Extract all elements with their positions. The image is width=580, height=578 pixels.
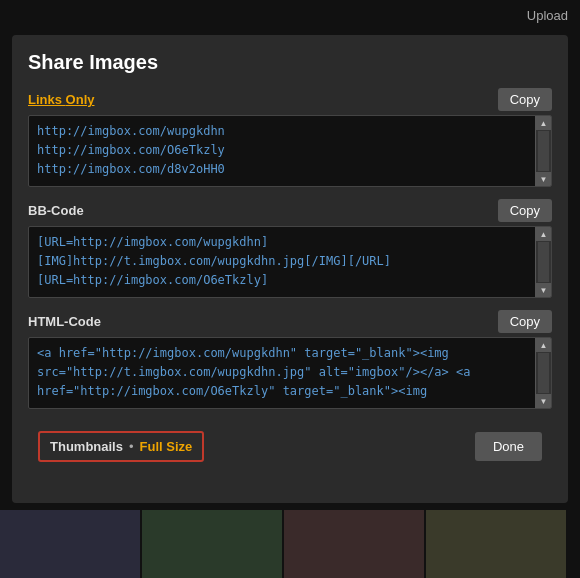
thumbnails-toggle[interactable]: Thumbnails (50, 439, 123, 454)
bb-scroll-up[interactable]: ▲ (536, 227, 551, 241)
links-line-2: http://imgbox.com/O6eTkzly (37, 141, 529, 160)
links-scroll-up[interactable]: ▲ (536, 116, 551, 130)
html-copy-button[interactable]: Copy (498, 310, 552, 333)
html-scrollbar[interactable]: ▲ ▼ (535, 338, 551, 408)
upload-button[interactable]: Upload (527, 8, 568, 23)
thumbnail-3 (284, 510, 424, 578)
links-only-content: http://imgbox.com/wupgkdhn http://imgbox… (29, 116, 551, 186)
bb-scroll-down[interactable]: ▼ (536, 283, 551, 297)
links-only-header: Links Only Copy (28, 88, 552, 111)
bb-code-copy-button[interactable]: Copy (498, 199, 552, 222)
html-code-label: HTML-Code (28, 314, 101, 329)
share-images-modal: Share Images Links Only Copy http://imgb… (12, 35, 568, 503)
links-scroll-down[interactable]: ▼ (536, 172, 551, 186)
toggle-dot: • (129, 439, 134, 454)
links-only-textarea: http://imgbox.com/wupgkdhn http://imgbox… (28, 115, 552, 187)
thumbnail-1 (0, 510, 140, 578)
full-size-toggle[interactable]: Full Size (140, 439, 193, 454)
links-line-1: http://imgbox.com/wupgkdhn (37, 122, 529, 141)
modal-title: Share Images (28, 51, 552, 74)
bb-scroll-thumb (538, 242, 549, 282)
bb-code-textarea: [URL=http://imgbox.com/wupgkdhn] [IMG]ht… (28, 226, 552, 298)
links-copy-button[interactable]: Copy (498, 88, 552, 111)
html-line-2: src="http://t.imgbox.com/wupgkdhn.jpg" a… (37, 363, 529, 382)
links-scroll-thumb (538, 131, 549, 171)
view-toggle[interactable]: Thumbnails • Full Size (38, 431, 204, 462)
bb-line-2: [IMG]http://t.imgbox.com/wupgkdhn.jpg[/I… (37, 252, 529, 271)
html-line-1: <a href="http://imgbox.com/wupgkdhn" tar… (37, 344, 529, 363)
bb-code-label: BB-Code (28, 203, 84, 218)
bb-line-3: [URL=http://imgbox.com/O6eTkzly] (37, 271, 529, 290)
thumbnail-strip (0, 510, 580, 578)
bb-scrollbar[interactable]: ▲ ▼ (535, 227, 551, 297)
html-code-section: HTML-Code Copy <a href="http://imgbox.co… (28, 310, 552, 409)
html-scroll-down[interactable]: ▼ (536, 394, 551, 408)
html-code-header: HTML-Code Copy (28, 310, 552, 333)
links-label-underlined: Only (66, 92, 95, 107)
html-scroll-thumb (538, 353, 549, 393)
links-only-label: Links Only (28, 92, 94, 107)
done-button[interactable]: Done (475, 432, 542, 461)
bottom-bar: Thumbnails • Full Size Done (28, 423, 552, 470)
links-label-plain: Links (28, 92, 66, 107)
thumbnail-2 (142, 510, 282, 578)
html-line-3: href="http://imgbox.com/O6eTkzly" target… (37, 382, 529, 401)
html-scroll-up[interactable]: ▲ (536, 338, 551, 352)
bb-code-content: [URL=http://imgbox.com/wupgkdhn] [IMG]ht… (29, 227, 551, 297)
html-code-content: <a href="http://imgbox.com/wupgkdhn" tar… (29, 338, 551, 408)
html-code-textarea: <a href="http://imgbox.com/wupgkdhn" tar… (28, 337, 552, 409)
bb-line-1: [URL=http://imgbox.com/wupgkdhn] (37, 233, 529, 252)
links-line-3: http://imgbox.com/d8v2oHH0 (37, 160, 529, 179)
bb-code-header: BB-Code Copy (28, 199, 552, 222)
bb-code-section: BB-Code Copy [URL=http://imgbox.com/wupg… (28, 199, 552, 298)
links-scrollbar[interactable]: ▲ ▼ (535, 116, 551, 186)
links-only-section: Links Only Copy http://imgbox.com/wupgkd… (28, 88, 552, 187)
thumbnail-4 (426, 510, 566, 578)
